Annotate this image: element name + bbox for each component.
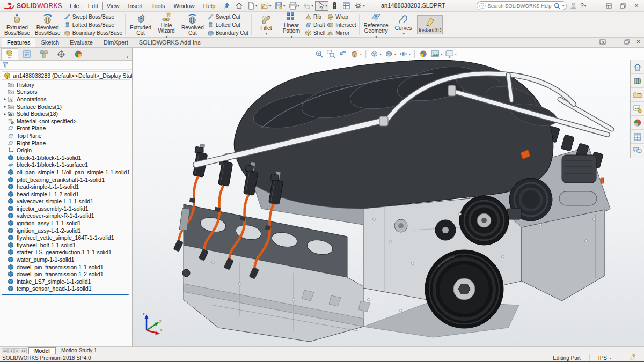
tree-item-block-1-1-block-1-1-solid1[interactable]: block-1-1/block-1-1-solid1: [0, 154, 132, 161]
user-account-icon[interactable]: [570, 2, 577, 9]
boundary-cut-button[interactable]: Boundary Cut: [207, 29, 248, 36]
reference-geometry-button[interactable]: Reference Geometry▾: [362, 10, 390, 40]
search-input[interactable]: [487, 3, 552, 9]
tab-dimxpert[interactable]: DimXpert: [98, 38, 134, 47]
tree-item-front-plane[interactable]: Front Plane: [0, 125, 132, 132]
zoom-to-area-button[interactable]: [326, 49, 335, 58]
tab-scroll-last-button[interactable]: ▶▶: [21, 348, 27, 353]
open-button[interactable]: ▾: [259, 1, 273, 11]
tree-root-item[interactable]: an1488038283 (Default<<Default>_Display …: [2, 71, 130, 80]
edit-appearance-button[interactable]: [419, 49, 428, 58]
extruded-cut-button[interactable]: Extruded Cut: [128, 12, 153, 38]
tree-item-material-not-specified[interactable]: Material <not specified>: [0, 117, 132, 125]
pin-menu-icon[interactable]: [222, 1, 231, 11]
extruded-boss-base-button[interactable]: Extruded Boss/Base: [3, 12, 32, 38]
save-button[interactable]: ▾: [273, 1, 287, 11]
tree-item-pilot-bearing-crankshaft-1-1-solid1[interactable]: pilot_bearing_crankshaft-1-1-solid1: [0, 176, 132, 183]
tree-item-annotations[interactable]: ▸AAnnotations: [0, 95, 132, 103]
file-explorer-button[interactable]: [631, 88, 644, 102]
intersect-button[interactable]: Intersect: [327, 21, 356, 28]
tree-item-history[interactable]: History: [0, 81, 132, 88]
tree-item-right-plane[interactable]: Right Plane: [0, 139, 132, 147]
bottom-tab-motion-study-1[interactable]: Motion Study 1: [56, 347, 103, 354]
menu-view[interactable]: View: [103, 2, 124, 10]
panel-expand-chevron-icon[interactable]: ›: [123, 54, 131, 60]
tab-sketch[interactable]: Sketch: [35, 38, 64, 47]
tree-item-dowel-pin-transmission-1-2-solid1[interactable]: dowel_pin_transmission-1-2-solid1: [0, 270, 132, 278]
tree-item-head-simple-l-1-2-solid1[interactable]: head-simple-L-1-2-solid1: [0, 190, 132, 198]
tree-item-surface-bodies-1[interactable]: ▸Surface Bodies(1): [0, 103, 132, 110]
minimize-button[interactable]: —: [589, 2, 600, 10]
previous-view-button[interactable]: [338, 49, 347, 58]
tab-featuremanager-tree[interactable]: [1, 48, 18, 60]
zoom-to-fit-button[interactable]: [314, 49, 324, 58]
rib-button[interactable]: Rib: [305, 13, 325, 20]
appearances-scenes-button[interactable]: [631, 116, 644, 130]
view-palette-button[interactable]: [631, 102, 644, 116]
tab-dimxpertmanager[interactable]: [53, 48, 70, 60]
linear-pattern-button[interactable]: Linear Pattern▾: [280, 10, 303, 40]
tab-features[interactable]: Features: [2, 38, 35, 47]
boundary-boss-base-button[interactable]: Boundary Boss/Base: [64, 29, 122, 36]
rollback-bar[interactable]: [2, 294, 129, 295]
tree-item-block-1-1-block-1-1-surface1[interactable]: block-1-1/block-1-1-surface1: [0, 161, 132, 169]
undo-button[interactable]: ▾: [301, 1, 314, 11]
shell-button[interactable]: Shell: [305, 29, 325, 36]
filter-funnel-icon[interactable]: [2, 62, 9, 68]
search-scope-caret-icon[interactable]: ▾: [562, 4, 564, 8]
tree-item-intake-ls7-simple-1-1-solid1[interactable]: intake_LS7_simple-1-1-solid1: [0, 278, 132, 285]
instant3d-button[interactable]: Instant3D: [417, 15, 443, 35]
tree-item-solid-bodies-18[interactable]: ▸Solid Bodies(18): [0, 110, 132, 117]
tree-item-dowel-pin-transmission-1-1-solid1[interactable]: dowel_pin_transmission-1-1-solid1: [0, 263, 132, 271]
tree-item-origin[interactable]: Origin: [0, 146, 132, 154]
section-view-button[interactable]: ▾: [350, 49, 362, 58]
help-search-box[interactable]: ? ▾: [477, 1, 567, 10]
menu-file[interactable]: File: [65, 2, 84, 10]
custom-tag-button[interactable]: [620, 354, 644, 361]
tree-item-ignition-assy-l-1-1-solid1[interactable]: ignition_assy-L-1-1-solid1: [0, 219, 132, 227]
menu-insert[interactable]: Insert: [123, 2, 147, 10]
tab-solidworks-add-ins[interactable]: SOLIDWORKS Add-Ins: [134, 38, 206, 47]
restore-button[interactable]: [617, 2, 628, 10]
tree-item-valvecover-simple-r-1-1-solid1[interactable]: valvecover-simple-R-1-1-solid1: [0, 212, 132, 220]
new-document-button[interactable]: ▾: [245, 1, 259, 11]
custom-properties-button[interactable]: [631, 130, 644, 144]
expand-arrow-icon[interactable]: ▸: [3, 97, 8, 101]
viewport-pane-button[interactable]: [599, 39, 606, 45]
swept-cut-button[interactable]: Swept Cut: [207, 13, 248, 20]
view-settings-button[interactable]: ▾: [445, 49, 457, 58]
doc-restore-button[interactable]: [624, 39, 630, 45]
close-button[interactable]: ✕: [631, 2, 642, 10]
hole-wizard-button[interactable]: Hole Wizard▾: [155, 10, 178, 40]
search-icon[interactable]: [554, 3, 560, 9]
tab-scroll-first-button[interactable]: ◀◀: [2, 348, 8, 353]
home-button[interactable]: [233, 1, 245, 11]
tab-displaymanager[interactable]: [70, 48, 87, 60]
lofted-cut-button[interactable]: Lofted Cut: [207, 21, 248, 28]
design-library-button[interactable]: [631, 74, 644, 88]
menu-window[interactable]: Window: [170, 2, 199, 10]
tab-scroll-prev-button[interactable]: ◀: [8, 348, 14, 353]
tree-item-ignition-assy-l-1-2-solid1[interactable]: ignition_assy-L-1-2-solid1: [0, 227, 132, 234]
options-button[interactable]: ▾: [353, 1, 366, 11]
draft-button[interactable]: Draft: [305, 21, 325, 28]
select-tool-button[interactable]: ▾: [315, 1, 328, 11]
unit-system-selector[interactable]: IPS▾: [589, 354, 620, 361]
tree-item-injector-assembly-1-1-solid1[interactable]: injector_assembly-1-1-solid1: [0, 205, 132, 212]
window-layout-button[interactable]: [603, 2, 614, 10]
tab-evaluate[interactable]: Evaluate: [64, 38, 98, 47]
menu-help[interactable]: Help: [199, 2, 220, 10]
graphics-viewport[interactable]: ▾ ▾ ▾ ▾ ▾ ▾: [133, 48, 644, 346]
expand-arrow-icon[interactable]: ▸: [3, 104, 8, 109]
curves-button[interactable]: Curves▾: [392, 13, 415, 37]
swept-boss-base-button[interactable]: Swept Boss/Base: [64, 13, 122, 20]
tree-item-temp-sensor-head-1-1-solid1[interactable]: temp_sensor_head-1-1-solid1: [0, 285, 132, 293]
expand-arrow-icon[interactable]: ▸: [3, 112, 8, 116]
wrap-button[interactable]: Wrap: [327, 13, 356, 20]
engine-3d-model[interactable]: [133, 48, 644, 346]
solidworks-resources-button[interactable]: [631, 60, 644, 74]
tree-item-top-plane[interactable]: Top Plane: [0, 132, 132, 139]
apply-scene-button[interactable]: ▾: [430, 49, 442, 58]
solidworks-forum-button[interactable]: [631, 144, 644, 158]
tree-item-water-pump-1-1-solid1[interactable]: water_pump-1-1-solid1: [0, 256, 132, 263]
